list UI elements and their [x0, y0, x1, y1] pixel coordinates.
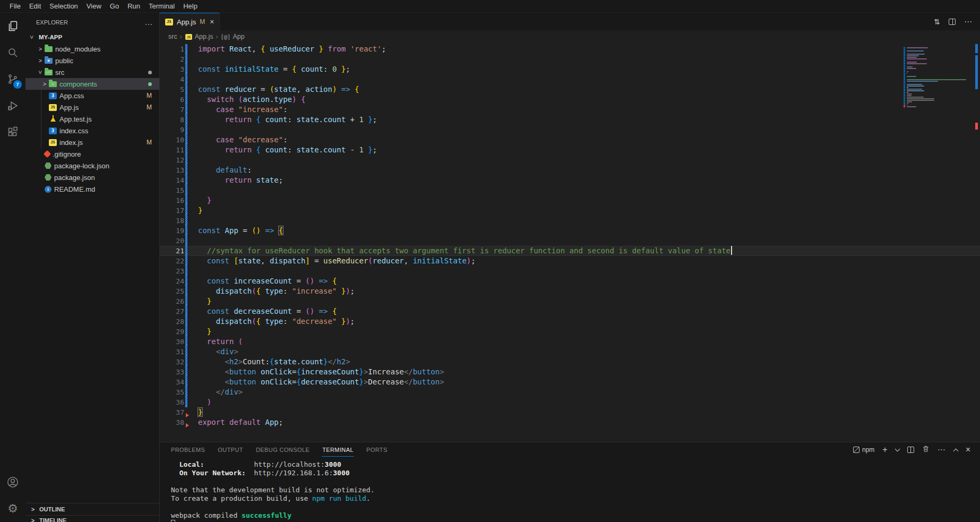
menu-item-selection[interactable]: Selection	[45, 1, 82, 11]
outline-section[interactable]: > OUTLINE	[25, 503, 159, 515]
tree-item-components[interactable]: >+components	[25, 78, 159, 90]
code-line-22: 22const [state, dispatch] = useReducer(r…	[160, 256, 980, 266]
line-number: 4	[160, 74, 184, 84]
tree-item-app-js[interactable]: JSApp.jsM	[25, 101, 159, 113]
explorer-title: EXPLORER	[36, 19, 68, 25]
code-line-34: 34<button onClick={decreaseCount}>Decrea…	[160, 377, 980, 387]
panel-tab-terminal[interactable]: TERMINAL	[322, 443, 354, 457]
gutter-indicator	[184, 206, 198, 216]
tab-appjs[interactable]: JS App.js M ×	[160, 13, 220, 30]
terminal-dropdown-icon[interactable]	[895, 447, 900, 452]
tree-item-index-js[interactable]: JSindex.jsM	[25, 136, 159, 148]
new-terminal-icon[interactable]: +	[882, 445, 887, 455]
panel-tab-output[interactable]: OUTPUT	[217, 443, 244, 456]
code-text: <button onClick={decreaseCount}>Decrease…	[198, 377, 444, 387]
tree-item-package-json[interactable]: package.json	[25, 172, 159, 183]
git-modified-badge: M	[147, 92, 152, 99]
menu-item-terminal[interactable]: Terminal	[144, 1, 179, 11]
menu-item-edit[interactable]: Edit	[25, 1, 45, 11]
menu-item-go[interactable]: Go	[106, 1, 123, 11]
code-text: const [state, dispatch] = useReducer(red…	[198, 256, 476, 266]
line-number: 15	[160, 185, 184, 195]
timeline-section[interactable]: > TIMELINE	[25, 515, 159, 522]
explorer-more-icon[interactable]: ...	[145, 18, 153, 27]
code-line-12: 12	[160, 155, 980, 165]
gutter-indicator	[184, 216, 198, 226]
menu-item-view[interactable]: View	[82, 1, 106, 11]
code-line-31: 31<div>	[160, 347, 980, 357]
tree-item--gitignore[interactable]: .gitignore	[25, 148, 159, 160]
run-debug-icon[interactable]	[0, 92, 25, 119]
code-text: <div>	[198, 347, 238, 357]
tree-item-node-modules[interactable]: >node_modules	[25, 43, 159, 55]
code-text: <h2>Count:{state.count}</h2>	[198, 357, 350, 367]
tree-item-package-lock-json[interactable]: package-lock.json	[25, 160, 159, 172]
settings-gear-icon[interactable]: ⚙	[0, 495, 25, 522]
gutter-indicator	[184, 367, 198, 377]
code-line-33: 33<button onClick={increaseCount}>Increa…	[160, 367, 980, 377]
gutter-indicator	[184, 377, 198, 387]
code-line-14: 14return state;	[160, 175, 980, 185]
breadcrumb-item-app[interactable]: [@]App	[220, 33, 244, 40]
code-text: <button onClick={increaseCount}>Increase…	[198, 367, 444, 377]
line-number: 37	[160, 407, 184, 417]
source-control-icon[interactable]: 7	[0, 66, 25, 92]
code-line-29: 29}	[160, 327, 980, 337]
tree-item-label: public	[55, 57, 73, 65]
explorer-icon[interactable]	[0, 13, 25, 39]
maximize-panel-icon[interactable]	[953, 448, 958, 453]
tree-item-readme-md[interactable]: iREADME.md	[25, 183, 159, 195]
search-icon[interactable]	[0, 39, 25, 66]
code-line-13: 13default:	[160, 165, 980, 175]
tab-close-icon[interactable]: ×	[210, 18, 214, 26]
code-text: switch (action.type) {	[198, 95, 305, 105]
split-editor-icon[interactable]	[949, 19, 956, 25]
activity-bar: 7 ⚙	[0, 13, 25, 522]
gutter-indicator	[184, 74, 198, 84]
shell-selector[interactable]: npm	[853, 446, 874, 453]
code-text: }	[198, 296, 211, 306]
kill-terminal-icon[interactable]	[922, 445, 930, 455]
terminal-output[interactable]: Local: http://localhost:3000 On Your Net…	[160, 457, 980, 522]
breadcrumb-item-app.js[interactable]: JSApp.js	[185, 33, 213, 40]
shell-label: npm	[862, 446, 874, 453]
gutter-indicator	[184, 387, 198, 397]
minimap[interactable]	[904, 47, 968, 108]
editor-more-actions-icon[interactable]: ⋯	[964, 17, 973, 27]
panel-tab-ports[interactable]: PORTS	[366, 443, 388, 456]
menu-item-file[interactable]: File	[5, 1, 25, 11]
tree-item-app-css[interactable]: 3App.cssM	[25, 90, 159, 101]
js-file-icon: JS	[49, 104, 57, 111]
node-package-icon	[45, 162, 51, 169]
code-line-1: 1import React, { useReducer } from 'reac…	[160, 44, 980, 54]
panel-tab-problems[interactable]: PROBLEMS	[170, 443, 205, 456]
open-changes-icon[interactable]: ⇅	[934, 18, 940, 26]
menu-item-run[interactable]: Run	[123, 1, 144, 11]
terminal-line	[171, 477, 980, 486]
code-editor[interactable]: 1import React, { useReducer } from 'reac…	[160, 43, 980, 442]
code-text: dispatch({ type: "increase" });	[198, 286, 355, 296]
tree-item-app-test-js[interactable]: App.test.js	[25, 113, 159, 125]
line-number: 3	[160, 64, 184, 74]
tree-item-public[interactable]: >●public	[25, 55, 159, 66]
tree-item-index-css[interactable]: 3index.css	[25, 125, 159, 136]
close-panel-icon[interactable]: ×	[966, 445, 970, 455]
code-text: const initialState = { count: 0 };	[198, 64, 350, 74]
breadcrumb-item-src[interactable]: src	[168, 33, 177, 40]
gutter-indicator	[184, 175, 198, 185]
tree-item-src[interactable]: ></>src	[25, 66, 159, 78]
split-terminal-icon[interactable]	[907, 447, 914, 453]
menu-item-help[interactable]: Help	[179, 1, 202, 11]
js-file-icon: JS	[165, 19, 173, 25]
terminal-line: On Your Network: http://192.168.1.6:3000	[171, 469, 980, 477]
git-modified-badge: M	[147, 104, 152, 111]
line-number: 28	[160, 316, 184, 327]
extensions-icon[interactable]	[0, 119, 25, 146]
gutter-indicator	[184, 125, 198, 135]
panel-tab-debug-console[interactable]: DEBUG CONSOLE	[255, 443, 310, 456]
panel-more-actions-icon[interactable]: ⋯	[938, 445, 946, 455]
account-icon[interactable]	[0, 469, 25, 495]
gutter-indicator	[184, 64, 198, 74]
tree-root-my-app[interactable]: >MY-APP	[25, 31, 159, 43]
line-number: 35	[160, 387, 184, 397]
